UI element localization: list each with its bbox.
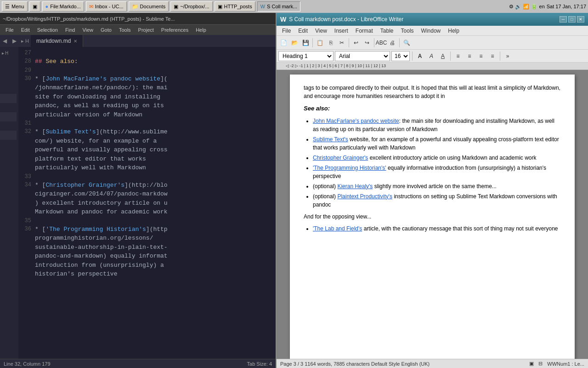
lo-page: tags to be compared directly to their ou… (290, 75, 575, 359)
thunderbird-icon: ✉ (89, 4, 93, 10)
code-line-32: 32 * [Sublime Text's](http://www.sublime (18, 127, 276, 137)
lo-italic-btn[interactable]: A (426, 51, 436, 61)
lo-bullet-item-2: Sublime Text's website, for an example o… (313, 135, 561, 152)
lang-indicator: en (539, 4, 545, 9)
libreoffice-panel: W S Coll markdown post.docx - LibreOffic… (276, 13, 588, 368)
code-line-32b: com/) website, for an example of a (18, 137, 276, 146)
code-line-34b: cigrainger.com/2014/07/pandoc-markdow (18, 190, 276, 199)
sublime-menu-preferences[interactable]: Preferences (158, 26, 192, 34)
lo-menu-insert[interactable]: Insert (331, 27, 352, 35)
lo-link-pandoc[interactable]: John MacFarlane's pandoc website (313, 118, 399, 124)
format-separator-3 (500, 52, 500, 61)
tab-filename: markdown.md (36, 38, 71, 44)
sublime-menu-view[interactable]: View (79, 26, 97, 34)
format-separator-1 (412, 52, 413, 61)
sublime-menu-find[interactable]: Find (62, 26, 79, 34)
lo-size-select[interactable]: 16 (391, 51, 410, 61)
taskbar-http-label: HTTP_posts (224, 4, 252, 9)
lo-find-btn[interactable]: 🔍 (401, 38, 412, 48)
taskbar-chrome-btn[interactable]: ● File:Markdo... (42, 1, 84, 12)
lo-link-grainger[interactable]: Christopher Grainger's (313, 155, 368, 161)
lo-save-btn[interactable]: 💾 (300, 38, 311, 48)
lo-justify-btn[interactable]: ≡ (487, 51, 498, 61)
sublime-statusbar: Line 32, Column 179 Tab Size: 4 (0, 359, 276, 368)
code-line-30: 30 * [John MacFarlane's pandoc website]( (18, 75, 276, 84)
lo-document-area[interactable]: tags to be compared directly to their ou… (277, 70, 588, 359)
code-line-36: 36 * ['The Programming Historian's](http (18, 225, 276, 234)
lo-menu-table[interactable]: Table (377, 27, 397, 35)
taskbar-menu-btn[interactable]: ☰ Menu (2, 1, 28, 12)
lo-minimize-btn[interactable]: ─ (560, 16, 567, 23)
lo-font-select[interactable]: Arial (335, 51, 390, 61)
lo-cut-btn[interactable]: ✂ (337, 38, 347, 48)
lo-align-left-btn[interactable]: ≡ (453, 51, 463, 61)
lo-link-sublime[interactable]: Sublime Text's (313, 136, 348, 143)
sublime-menu-edit[interactable]: Edit (17, 26, 34, 34)
lo-menu-format[interactable]: Format (352, 27, 377, 35)
lo-align-right-btn[interactable]: ≡ (476, 51, 486, 61)
sublime-menu-tools[interactable]: Tools (115, 26, 135, 34)
toolbar-separator-2 (349, 38, 349, 47)
taskbar-lo-btn[interactable]: W S Coll mark... (257, 1, 300, 12)
taskbar-dropbox-btn[interactable]: ▣ ~/Dropbox/... (170, 1, 212, 12)
lo-opposing-item-1: 'The Lab and Field's article, with the c… (313, 224, 561, 233)
lo-link-plaintext[interactable]: Plaintext Productivity's (337, 193, 392, 200)
lo-menu-view[interactable]: View (311, 27, 331, 35)
lo-link-lab[interactable]: 'The Lab and Field's (313, 225, 362, 232)
lo-copy-btn[interactable]: ⎘ (326, 38, 336, 48)
lo-bullet-item-1: John MacFarlane's pandoc website: the ma… (313, 117, 561, 133)
lo-align-center-btn[interactable]: ≡ (464, 51, 475, 61)
taskbar-documents-btn[interactable]: 📁 Documents (129, 1, 169, 12)
lo-spell-btn[interactable]: ABC (376, 38, 386, 48)
lo-link-programming-historian[interactable]: 'The Programming Historian's' (313, 165, 386, 171)
sublime-menu-file[interactable]: File (2, 26, 17, 34)
lo-maximize-btn[interactable]: □ (568, 16, 576, 23)
sublime-menu-goto[interactable]: Goto (97, 26, 115, 34)
system-tray: ⚙ 🔊 📶 🔋 (509, 4, 537, 10)
sublime-tab-markdown[interactable]: markdown.md ✕ (31, 35, 83, 47)
lo-print-btn[interactable]: 🖨 (387, 38, 397, 48)
sidebar-folder[interactable]: ▸ H (0, 49, 17, 57)
lo-menu-tools[interactable]: Tools (397, 27, 418, 35)
taskbar-menu-label: Menu (11, 4, 24, 9)
lo-paste-btn[interactable]: 📋 (315, 38, 325, 48)
lo-bullets-list: John MacFarlane's pandoc website: the ma… (313, 117, 561, 209)
nav-back-icon[interactable]: ◀ (0, 38, 10, 44)
lo-menu-edit[interactable]: Edit (294, 27, 311, 35)
lo-menu-file[interactable]: File (278, 27, 294, 35)
code-area[interactable]: 27 28 ## See also: 29 30 * [John MacFarl… (18, 47, 276, 359)
code-line-27: 27 (18, 49, 276, 57)
sidebar-item7 (0, 140, 18, 149)
taskbar-chrome-label: File:Markdo... (50, 4, 81, 9)
lo-view-toggle-2[interactable]: ⊟ (538, 361, 543, 367)
lo-view-toggle-1[interactable]: ▣ (529, 361, 534, 367)
tab-close-icon[interactable]: ✕ (74, 39, 77, 44)
lo-bold-btn[interactable]: A (415, 51, 425, 61)
lo-menu-help[interactable]: Help (444, 27, 463, 35)
lo-underline-btn[interactable]: A (438, 51, 448, 61)
lo-redo-btn[interactable]: ↪ (362, 38, 372, 48)
sublime-menu-project[interactable]: Project (135, 26, 158, 34)
taskbar-terminal-btn[interactable]: ▣ (29, 1, 40, 12)
lo-undo-btn[interactable]: ↩ (351, 38, 361, 48)
sublime-panel: ~/Dropbox/Writings/HTTP_posts/markdown.m… (0, 13, 276, 368)
lo-menu-window[interactable]: Window (418, 27, 445, 35)
sidebar-item (0, 57, 18, 94)
sublime-menu-selection[interactable]: Selection (34, 26, 62, 34)
ruler-marker: ◁ -2 ▷ -1 | 1 | 2 | 3 | 4 | 5 | 6 | 7 | … (286, 63, 386, 68)
chrome-icon: ● (45, 4, 49, 9)
taskbar-http-btn[interactable]: ▣ HTTP_posts (215, 1, 255, 12)
lo-close-btn[interactable]: ✕ (577, 16, 584, 23)
lo-open-btn[interactable]: 📂 (289, 38, 300, 48)
lo-style-select[interactable]: Heading 1 (278, 51, 334, 61)
lo-statusbar-right: ▣ ⊟ WWNum1 : Le... (529, 361, 584, 367)
lo-new-btn[interactable]: 📄 (278, 38, 288, 48)
sublime-menu-help[interactable]: Help (192, 26, 210, 34)
lo-link-kieran[interactable]: Kieran Healy's (337, 183, 373, 190)
lo-more-btn[interactable]: » (503, 51, 513, 61)
nav-forward-icon[interactable]: ▶ (10, 38, 19, 44)
taskbar-thunderbird-btn[interactable]: ✉ Inbox - UC... (86, 1, 127, 12)
lo-bullet-item-4: 'The Programming Historian's' equally in… (313, 164, 561, 180)
lo-bullet-item-6: (optional) Plaintext Productivity's inst… (313, 192, 561, 209)
code-line-29: 29 (18, 66, 276, 75)
